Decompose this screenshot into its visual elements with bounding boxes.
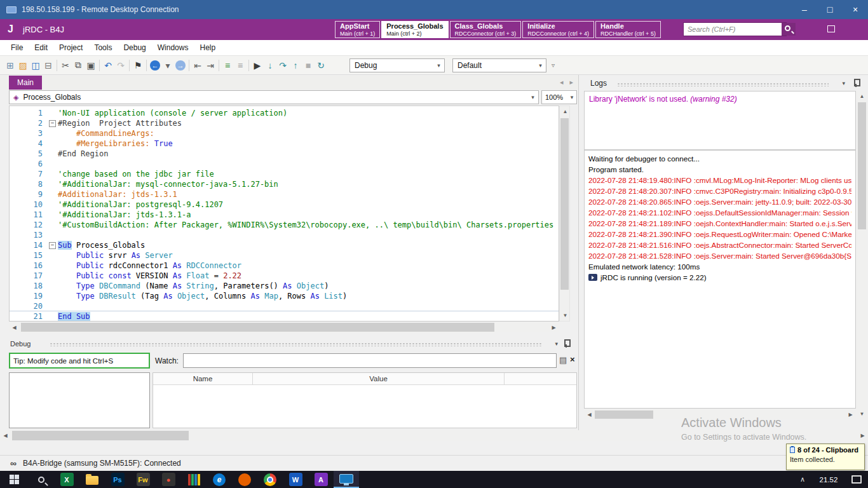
module-shortcut-appstart[interactable]: AppStartMain (ctrl + 1) [335,21,380,38]
code-line-16[interactable]: 16 Public rdcConnector1 As RDCConnector [10,261,559,271]
chevron-down-icon[interactable]: ▾ [555,341,558,347]
scroll-thumb[interactable] [595,410,653,419]
undo-icon[interactable]: ↶ [102,58,114,73]
code-line-6[interactable]: 6 [10,159,559,169]
code-line-14[interactable]: 14Sub Process_Globals [10,240,559,250]
code-line-15[interactable]: 15 Public srvr As Server [10,250,559,261]
build-config-select[interactable]: Default ▾ [452,58,546,72]
scroll-left-icon[interactable]: ◀ [9,322,20,333]
code-line-21[interactable]: 21End Sub [10,311,559,322]
copy-icon[interactable]: ⧉ [72,58,85,73]
code-editor[interactable]: 1'Non-UI application (console / server a… [9,105,559,322]
editor-vertical-scrollbar[interactable]: ▲ ▼ [559,105,570,322]
chevron-down-icon[interactable]: ▾ [842,80,845,86]
navigate-back-icon[interactable]: ← [150,60,160,71]
scroll-right-icon[interactable]: ▶ [548,322,559,333]
find-icon[interactable]: ⊟ [42,58,55,73]
code-line-12[interactable]: 12'#CustomBuildAction: After Packager, %… [10,220,559,230]
stop-icon[interactable]: ■ [302,58,315,73]
taskbar-chrome[interactable] [257,471,283,488]
pin-icon[interactable] [563,339,569,348]
watch-log-button[interactable]: ▤ [559,355,567,365]
paste-icon[interactable]: ▣ [85,58,97,73]
clipboard-toast[interactable]: 8 of 24 - Clipboard Item collected. [786,444,865,470]
watch-column-value[interactable]: Value [253,373,505,384]
menu-item-file[interactable]: File [5,40,29,56]
scroll-thumb[interactable] [560,118,569,290]
minimize-button[interactable]: – [792,0,817,19]
watch-column-name[interactable]: Name [153,373,253,384]
panel-grip[interactable] [617,83,829,86]
search-input[interactable] [684,23,782,36]
sub-navigator-select[interactable]: ◈ Process_Globals ▾ [9,90,539,104]
tab-prev-icon[interactable]: ◂ [560,78,564,86]
menu-item-project[interactable]: Project [53,40,88,56]
navigate-forward-icon[interactable]: → [175,60,186,71]
restart-icon[interactable]: ↻ [315,58,327,73]
taskbar-firefox[interactable] [232,471,257,488]
scroll-thumb[interactable] [858,102,866,229]
step-over-icon[interactable]: ↷ [276,58,289,73]
open-project-icon[interactable]: ▨ [17,58,29,73]
build-mode-select[interactable]: Debug ▾ [349,58,445,72]
indent-icon[interactable]: ⇥ [204,58,217,73]
menu-item-edit[interactable]: Edit [29,40,53,56]
taskbar-rdp[interactable] [334,471,359,488]
pin-icon[interactable] [853,79,859,88]
code-line-5[interactable]: 5#End Region [10,149,559,159]
taskbar-edge[interactable]: e [207,471,232,488]
step-into-icon[interactable]: ↓ [264,58,276,73]
panel-grip[interactable] [50,342,543,346]
watch-table[interactable]: Name Value [153,372,577,428]
taskbar-word[interactable]: W [283,471,308,488]
taskbar-photoshop[interactable]: Ps [105,471,130,488]
taskbar-excel[interactable]: X [54,471,79,488]
taskbar-file-explorer[interactable] [79,471,105,488]
new-module-icon[interactable]: ⊞ [4,58,17,73]
search-button[interactable] [782,23,796,36]
redo-icon[interactable]: ↷ [114,58,127,73]
code-line-19[interactable]: 19 Type DBResult (Tag As Object, Columns… [10,291,559,301]
code-line-7[interactable]: 7'change based on the jdbc jar file [10,169,559,179]
notification-center-icon[interactable] [851,475,862,484]
zoom-select[interactable]: 100% ▾ [541,90,577,104]
menu-item-help[interactable]: Help [194,40,221,56]
logs-output[interactable]: Waiting for debugger to connect...Progra… [584,150,856,409]
restore-window-button[interactable] [827,25,835,32]
code-line-1[interactable]: 1'Non-UI application (console / server a… [10,108,559,118]
bottom-horizontal-scrollbar[interactable]: ◀ ▶ [0,430,868,441]
cut-icon[interactable]: ✂ [59,58,72,73]
logs-horizontal-scrollbar[interactable]: ◀ ▶ [584,410,856,419]
close-button[interactable]: × [843,0,868,19]
scroll-up-icon[interactable]: ▲ [857,91,867,102]
menu-item-debug[interactable]: Debug [118,40,151,56]
taskbar-utility[interactable]: ● [156,471,181,488]
taskbar-search-button[interactable] [29,471,54,488]
save-icon[interactable]: ◫ [29,58,42,73]
outdent-icon[interactable]: ⇤ [191,58,204,73]
menu-item-windows[interactable]: Windows [152,40,194,56]
taskbar-clock[interactable]: 21.52 [811,476,846,484]
bookmark-icon[interactable]: ⚑ [132,58,144,73]
watch-input[interactable] [183,353,557,368]
uncomment-icon[interactable]: ≡ [234,58,247,73]
scroll-left-icon[interactable]: ◀ [584,410,595,419]
comment-icon[interactable]: ≡ [221,58,234,73]
tray-expand-icon[interactable]: ∧ [794,475,811,484]
toolbar-overflow-button[interactable]: ▿ [552,62,555,69]
editor-horizontal-scrollbar[interactable]: ◀ ▶ [9,322,559,332]
scroll-down-icon[interactable]: ▼ [560,310,571,321]
menu-item-tools[interactable]: Tools [88,40,118,56]
scroll-down-icon[interactable]: ▼ [857,409,867,419]
run-icon[interactable]: ▶ [251,58,264,73]
code-line-8[interactable]: 8'#AdditionalJar: mysql-connector-java-5… [10,179,559,189]
code-line-4[interactable]: 4 #MergeLibraries: True [10,139,559,149]
code-line-9[interactable]: 9#AdditionalJar: jtds-1.3.1 [10,189,559,200]
code-line-2[interactable]: 2#Region Project Attributes [10,118,559,128]
scroll-thumb[interactable] [12,431,189,440]
module-shortcut-process_globals[interactable]: Process_GlobalsMain (ctrl + 2) [381,21,448,38]
fold-marker-icon[interactable] [49,118,58,128]
code-line-17[interactable]: 17 Public const VERSION As Float = 2.22 [10,271,559,281]
code-line-10[interactable]: 10'#AdditionalJar: postgresql-9.4.1207 [10,200,559,210]
step-out-icon[interactable]: ↑ [289,58,302,73]
